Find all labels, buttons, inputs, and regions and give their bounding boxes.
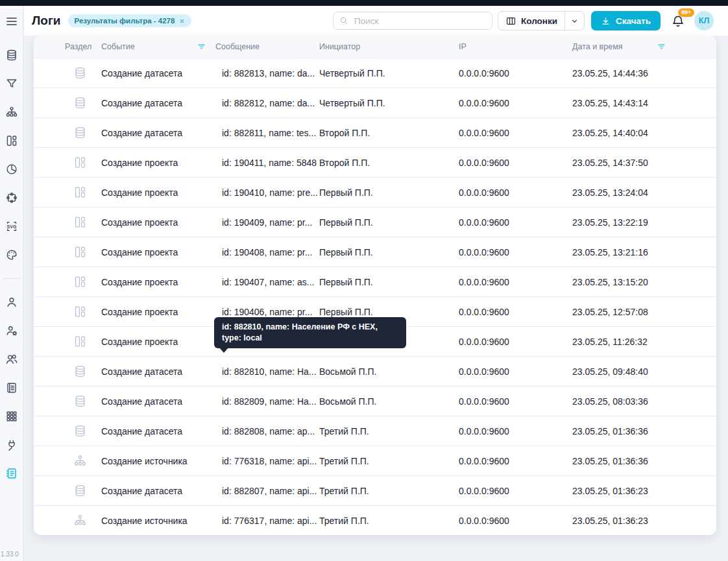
- event-cell: Создание датасета: [101, 486, 215, 496]
- search-box: [333, 12, 492, 30]
- columns-button[interactable]: Колонки: [498, 12, 564, 30]
- page-title: Логи: [32, 14, 61, 28]
- table-row[interactable]: Создание датасета id: 882807, name: api.…: [34, 476, 716, 506]
- table-row[interactable]: Создание проекта id: 190409, name: pr...…: [34, 208, 716, 237]
- event-cell: Создание проекта: [101, 158, 215, 168]
- event-cell: Создание датасета: [101, 426, 215, 436]
- section-cell: [65, 394, 101, 408]
- project-icon: [73, 305, 87, 318]
- download-button[interactable]: Скачать: [591, 11, 661, 30]
- search-input[interactable]: [353, 16, 486, 27]
- hamburger-menu-button[interactable]: [5, 15, 18, 28]
- column-label: Дата и время: [572, 42, 623, 51]
- event-cell: Создание датасета: [101, 366, 215, 377]
- message-cell: id: 882811, name: tes...: [215, 128, 319, 138]
- table-header-row: Раздел Событие Сообщение Инициатор IP Да…: [34, 36, 716, 58]
- sidebar-item-svg[interactable]: SVG: [5, 220, 18, 233]
- project-icon: [73, 335, 87, 348]
- close-icon: [179, 18, 185, 24]
- hamburger-icon: [5, 15, 18, 28]
- table-row[interactable]: Создание датасета id: 882811, name: tes.…: [34, 118, 716, 148]
- message-cell: id: 882808, name: ap...: [215, 426, 319, 436]
- sidebar-item-database[interactable]: [5, 49, 18, 62]
- dataset-icon: [73, 484, 87, 497]
- section-cell: [65, 96, 101, 110]
- users-icon: [5, 353, 18, 366]
- section-cell: [65, 185, 101, 199]
- sidebar-item-palette[interactable]: [5, 248, 18, 261]
- ip-cell: 0.0.0.0:9600: [459, 426, 572, 436]
- column-header-message: Сообщение: [215, 42, 319, 51]
- column-header-initiator: Инициатор: [319, 42, 459, 51]
- source-icon: [73, 454, 87, 468]
- sidebar-item-puzzle[interactable]: [5, 191, 18, 204]
- columns-button-label: Колонки: [521, 16, 557, 26]
- initiator-cell: Первый П.П.: [319, 247, 459, 257]
- avatar[interactable]: КЛ: [694, 11, 714, 30]
- initiator-cell: Первый П.П.: [319, 307, 459, 317]
- filter-button[interactable]: [197, 42, 206, 52]
- initiator-cell: Четвертый П.П.: [319, 98, 459, 108]
- table-row[interactable]: Создание датасета id: 882808, name: ap..…: [34, 416, 716, 446]
- project-icon: [73, 245, 87, 259]
- message-cell: id: 882807, name: api...: [215, 486, 319, 496]
- event-cell: Создание проекта: [101, 217, 215, 228]
- filter-button[interactable]: [657, 42, 666, 52]
- sidebar-item-funnel[interactable]: [5, 77, 18, 90]
- column-header-section: Раздел: [65, 42, 101, 51]
- table-row[interactable]: Создание проекта id: 190407, name: as...…: [34, 267, 716, 297]
- ip-cell: 0.0.0.0:9600: [459, 396, 572, 407]
- ip-cell: 0.0.0.0:9600: [459, 277, 572, 287]
- section-cell: [65, 364, 101, 378]
- ip-cell: 0.0.0.0:9600: [459, 516, 572, 526]
- plug-icon: [5, 438, 18, 451]
- message-cell: id: 882813, name: da...: [215, 68, 319, 78]
- tooltip: id: 882810, name: Население РФ с HEX, ty…: [214, 317, 406, 348]
- sidebar-item-user[interactable]: [5, 296, 18, 309]
- datetime-cell: 23.05.25, 13:21:16: [572, 247, 716, 257]
- initiator-cell: Третий П.П.: [319, 516, 459, 526]
- table-row[interactable]: Создание датасета id: 882813, name: da..…: [34, 58, 716, 88]
- columns-dropdown-button[interactable]: [564, 12, 584, 30]
- table-row[interactable]: Создание проекта id: 190410, name: pre..…: [34, 178, 716, 208]
- ip-cell: 0.0.0.0:9600: [459, 307, 572, 317]
- column-label: IP: [459, 42, 467, 51]
- section-cell: [65, 215, 101, 229]
- ip-cell: 0.0.0.0:9600: [459, 456, 572, 466]
- source-icon: [73, 514, 87, 527]
- datetime-cell: 23.05.25, 13:24:04: [572, 187, 716, 198]
- sidebar-item-journal[interactable]: [5, 381, 18, 394]
- column-label: Сообщение: [215, 42, 260, 51]
- section-cell: [65, 514, 101, 527]
- sidebar-item-logs[interactable]: [5, 467, 18, 480]
- project-icon: [73, 156, 87, 169]
- project-icon: [73, 185, 87, 199]
- datetime-cell: 23.05.25, 13:15:20: [572, 277, 716, 287]
- sidebar-item-grid[interactable]: [5, 410, 18, 423]
- sidebar-item-user-gear[interactable]: [5, 324, 18, 337]
- sidebar-item-users[interactable]: [5, 353, 18, 366]
- sidebar-item-dashboard[interactable]: [5, 134, 18, 147]
- table-row[interactable]: Создание датасета id: 882809, name: На..…: [34, 387, 716, 416]
- sidebar-item-pie-chart[interactable]: [5, 163, 18, 176]
- datetime-cell: 23.05.25, 09:48:40: [572, 366, 716, 377]
- table-row[interactable]: Создание проекта id: 190411, name: 5848 …: [34, 148, 716, 178]
- event-cell: Создание проекта: [101, 247, 215, 257]
- notifications-button[interactable]: 99+: [671, 13, 686, 29]
- datetime-cell: 23.05.25, 01:36:23: [572, 486, 716, 496]
- journal-icon: [5, 381, 18, 394]
- sidebar-item-sitemap[interactable]: [5, 106, 18, 119]
- search-icon: [339, 16, 348, 25]
- table-row[interactable]: Создание проекта id: 190408, name: pr...…: [34, 237, 716, 267]
- table-row[interactable]: Создание датасета id: 882812, name: da..…: [34, 88, 716, 118]
- message-cell: id: 776317, name: api...: [215, 516, 319, 526]
- table-row[interactable]: Создание источника id: 776318, name: api…: [34, 446, 716, 476]
- sidebar-item-plug[interactable]: [5, 438, 18, 451]
- chip-close-button[interactable]: [179, 18, 185, 24]
- initiator-cell: Четвертый П.П.: [319, 68, 459, 78]
- table-row[interactable]: Создание датасета id: 882810, name: На..…: [34, 357, 716, 387]
- dataset-icon: [73, 96, 87, 110]
- dashboard-icon: [5, 134, 18, 147]
- sidebar-divider: [3, 278, 21, 279]
- table-row[interactable]: Создание источника id: 776317, name: api…: [34, 506, 716, 535]
